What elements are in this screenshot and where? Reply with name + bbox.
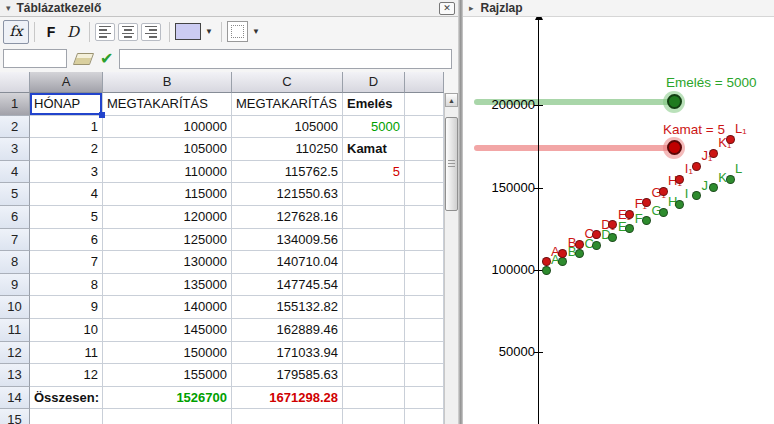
- point-K[interactable]: [709, 183, 718, 192]
- cell-C11[interactable]: 162889.46: [232, 319, 343, 342]
- cell-empty[interactable]: [405, 251, 444, 274]
- cell-B12[interactable]: 150000: [103, 342, 232, 365]
- point-H[interactable]: [659, 208, 668, 217]
- scrollbar-thumb[interactable]: [445, 117, 458, 211]
- cell-empty[interactable]: [405, 161, 444, 184]
- cell-B14[interactable]: 1526700: [103, 387, 232, 410]
- cell-D15[interactable]: [343, 409, 405, 424]
- row-header-13[interactable]: 13: [0, 364, 30, 387]
- cell-B9[interactable]: 135000: [103, 274, 232, 297]
- cell-A4[interactable]: 3: [30, 161, 103, 184]
- cell-C13[interactable]: 179585.63: [232, 364, 343, 387]
- vertical-scrollbar[interactable]: ▲: [444, 93, 458, 424]
- cell-A13[interactable]: 12: [30, 364, 103, 387]
- point-F[interactable]: [625, 224, 634, 233]
- point-C[interactable]: [575, 249, 584, 258]
- cell-D2[interactable]: 5000: [343, 116, 405, 139]
- cell-empty[interactable]: [405, 342, 444, 365]
- italic-button[interactable]: D: [62, 21, 84, 43]
- cell-empty[interactable]: [405, 229, 444, 252]
- align-right-button[interactable]: [141, 23, 161, 41]
- row-header-7[interactable]: 7: [0, 229, 30, 252]
- cell-empty[interactable]: [405, 116, 444, 139]
- cell-C1[interactable]: MEGTAKARÍTÁS: [232, 93, 343, 116]
- expand-triangle-icon[interactable]: ▸: [469, 3, 474, 13]
- point-J1[interactable]: [692, 162, 701, 171]
- cell-B8[interactable]: 130000: [103, 251, 232, 274]
- cell-empty[interactable]: [405, 296, 444, 319]
- cell-B11[interactable]: 145000: [103, 319, 232, 342]
- column-header-B[interactable]: B: [103, 72, 232, 93]
- cell-empty[interactable]: [405, 387, 444, 410]
- point-H1[interactable]: [659, 187, 668, 196]
- cell-empty[interactable]: [405, 93, 444, 116]
- cell-A7[interactable]: 6: [30, 229, 103, 252]
- cell-D11[interactable]: [343, 319, 405, 342]
- cell-empty[interactable]: [405, 319, 444, 342]
- collapse-triangle-icon[interactable]: ▾: [6, 3, 11, 13]
- cell-B15[interactable]: [103, 409, 232, 424]
- fill-color-button[interactable]: [175, 23, 201, 40]
- cell-D5[interactable]: [343, 183, 405, 206]
- column-header-D[interactable]: D: [343, 72, 405, 93]
- row-header-3[interactable]: 3: [0, 138, 30, 161]
- cell-A9[interactable]: 8: [30, 274, 103, 297]
- row-header-11[interactable]: 11: [0, 319, 30, 342]
- cell-empty[interactable]: [405, 183, 444, 206]
- cell-border-dropdown-arrow[interactable]: ▼: [252, 27, 260, 36]
- cell-reference-input[interactable]: [3, 49, 67, 68]
- cell-A1[interactable]: HÓNAP: [30, 93, 103, 116]
- cell-D6[interactable]: [343, 206, 405, 229]
- row-header-9[interactable]: 9: [0, 274, 30, 297]
- cell-D8[interactable]: [343, 251, 405, 274]
- cell-C7[interactable]: 134009.56: [232, 229, 343, 252]
- cell-empty[interactable]: [405, 206, 444, 229]
- cell-empty[interactable]: [405, 409, 444, 424]
- detach-view-icon[interactable]: ✕: [439, 2, 455, 15]
- cell-D1[interactable]: Emelés: [343, 93, 405, 116]
- row-header-5[interactable]: 5: [0, 183, 30, 206]
- cell-C3[interactable]: 110250: [232, 138, 343, 161]
- column-header-A[interactable]: A: [30, 72, 103, 93]
- cell-D3[interactable]: Kamat: [343, 138, 405, 161]
- spreadsheet-panel-header[interactable]: ▾ Táblázatkezelő: [0, 0, 458, 17]
- cell-D7[interactable]: [343, 229, 405, 252]
- row-header-1[interactable]: 1: [0, 93, 30, 116]
- point-L[interactable]: [726, 175, 735, 184]
- row-header-4[interactable]: 4: [0, 161, 30, 184]
- cell-C2[interactable]: 105000: [232, 116, 343, 139]
- cell-B5[interactable]: 115000: [103, 183, 232, 206]
- fill-color-dropdown-arrow[interactable]: ▼: [205, 27, 213, 36]
- cell-A5[interactable]: 4: [30, 183, 103, 206]
- point-C1[interactable]: [575, 240, 584, 249]
- cell-D12[interactable]: [343, 342, 405, 365]
- point-D1[interactable]: [592, 230, 601, 239]
- point-A1[interactable]: [542, 257, 551, 266]
- cell-B10[interactable]: 140000: [103, 296, 232, 319]
- cell-D14[interactable]: [343, 387, 405, 410]
- cell-B3[interactable]: 105000: [103, 138, 232, 161]
- cell-C4[interactable]: 115762.5: [232, 161, 343, 184]
- point-L1[interactable]: [726, 135, 735, 144]
- row-header-14[interactable]: 14: [0, 387, 30, 410]
- point-J[interactable]: [692, 191, 701, 200]
- point-K1[interactable]: [709, 149, 718, 158]
- cell-B2[interactable]: 100000: [103, 116, 232, 139]
- cell-A8[interactable]: 7: [30, 251, 103, 274]
- cell-C14[interactable]: 1671298.28: [232, 387, 343, 410]
- point-I1[interactable]: [675, 175, 684, 184]
- row-header-6[interactable]: 6: [0, 206, 30, 229]
- kamat-slider-knob[interactable]: [667, 140, 682, 155]
- cell-B13[interactable]: 155000: [103, 364, 232, 387]
- cell-C6[interactable]: 127628.16: [232, 206, 343, 229]
- scrollbar-up-arrow[interactable]: ▲: [445, 93, 458, 107]
- kamat-slider-track[interactable]: [474, 145, 674, 151]
- cell-B1[interactable]: MEGTAKARÍTÁS: [103, 93, 232, 116]
- cell-B4[interactable]: 110000: [103, 161, 232, 184]
- point-G[interactable]: [642, 216, 651, 225]
- cell-B7[interactable]: 125000: [103, 229, 232, 252]
- column-header-empty[interactable]: [405, 72, 444, 93]
- function-mode-button[interactable]: fx: [3, 20, 29, 44]
- formula-input[interactable]: [119, 49, 452, 69]
- row-header-2[interactable]: 2: [0, 116, 30, 139]
